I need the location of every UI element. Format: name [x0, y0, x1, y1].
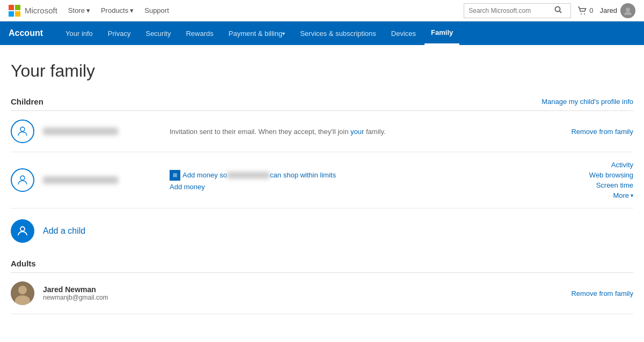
adult1-avatar-image — [11, 281, 34, 305]
user-avatar-icon — [623, 6, 633, 16]
svg-line-5 — [560, 11, 562, 13]
search-button[interactable] — [554, 6, 562, 15]
child2-name-col — [43, 176, 161, 184]
svg-point-8 — [626, 8, 630, 12]
products-nav-link[interactable]: Products ▾ — [101, 6, 134, 14]
top-navigation: Microsoft Store ▾ Products ▾ Support — [0, 0, 644, 21]
svg-rect-1 — [15, 5, 20, 10]
children-section-title: Children — [11, 97, 43, 106]
child1-name-col — [43, 128, 161, 135]
user-area[interactable]: Jared — [599, 3, 635, 18]
account-nav-title: Account — [9, 28, 43, 38]
store-chevron-icon: ▾ — [86, 6, 90, 14]
more-chevron-icon: ▾ — [631, 192, 633, 198]
microsoft-store-icon: ⊞ — [170, 170, 180, 181]
search-input[interactable] — [469, 7, 554, 14]
adult1-info: Jared Newman newmanjb@gmail.com — [43, 285, 547, 301]
svg-rect-2 — [9, 11, 14, 17]
svg-rect-3 — [15, 11, 20, 17]
adult1-name: Jared Newman — [43, 285, 547, 294]
adult1-remove-link[interactable]: Remove from family — [571, 289, 633, 298]
child2-avatar — [11, 168, 34, 192]
svg-point-6 — [581, 13, 582, 14]
adults-section-header: Adults — [11, 259, 633, 273]
children-section-header: Children Manage my child's profile info — [11, 97, 633, 111]
ms-logo-icon — [9, 5, 20, 17]
child2-webbrowsing-link[interactable]: Web browsing — [589, 171, 633, 179]
user-avatar — [620, 3, 635, 18]
adults-section: Adults Jared Newman newmanjb@gmail.com R… — [11, 259, 633, 314]
manage-profile-link[interactable]: Manage my child's profile info — [541, 98, 633, 106]
child1-invitation-highlight: your — [350, 128, 364, 136]
search-box[interactable] — [464, 3, 571, 18]
child2-actions: Activity Web browsing Screen time More ▾ — [547, 161, 633, 199]
child2-add-money-link[interactable]: Add money — [170, 183, 205, 191]
microsoft-brand-text: Microsoft — [25, 6, 57, 15]
cart-count: 0 — [589, 6, 593, 14]
account-navigation: Account Your info Privacy Security Rewar… — [0, 21, 644, 45]
child2-add-money-row: Add money — [170, 183, 547, 191]
svg-point-11 — [20, 227, 25, 231]
svg-point-7 — [584, 13, 585, 14]
child-row-2: ⊞ Add money so can shop within limits Ad… — [11, 152, 633, 209]
page-title: Your family — [11, 61, 633, 81]
microsoft-logo[interactable]: Microsoft — [9, 5, 57, 17]
child2-avatar-icon — [16, 174, 29, 187]
nav-family[interactable]: Family — [425, 21, 459, 45]
child1-avatar — [11, 120, 34, 143]
adults-section-title: Adults — [11, 259, 36, 268]
main-content: Your family Children Manage my child's p… — [0, 45, 644, 336]
child1-avatar-icon — [16, 125, 29, 138]
add-child-label[interactable]: Add a child — [43, 226, 85, 236]
child2-money-prefix: Add money so — [182, 171, 227, 179]
child2-name-blurred — [43, 176, 118, 184]
nav-privacy[interactable]: Privacy — [101, 21, 137, 45]
child2-money-row: ⊞ Add money so can shop within limits — [170, 170, 547, 181]
svg-point-4 — [555, 7, 560, 12]
nav-your-info[interactable]: Your info — [59, 21, 99, 45]
top-nav-right: 0 Jared — [464, 3, 635, 18]
child-row-1: Invitation sent to their email. When the… — [11, 111, 633, 152]
child2-money-suffix: can shop within limits — [270, 171, 336, 179]
store-nav-link[interactable]: Store ▾ — [68, 6, 90, 14]
top-nav-links: Store ▾ Products ▾ Support — [68, 6, 464, 14]
nav-services-subscriptions[interactable]: Services & subscriptions — [294, 21, 383, 45]
support-nav-link[interactable]: Support — [144, 6, 169, 14]
svg-point-10 — [20, 176, 25, 180]
products-chevron-icon: ▾ — [130, 6, 134, 14]
child1-name-blurred — [43, 128, 118, 135]
adult1-avatar — [11, 281, 34, 305]
nav-payment-billing[interactable]: Payment & billing — [222, 21, 291, 45]
child2-status: ⊞ Add money so can shop within limits Ad… — [161, 170, 547, 191]
child1-invitation-text: Invitation sent to their email. When the… — [170, 128, 350, 136]
svg-rect-0 — [9, 5, 14, 10]
add-child-avatar — [11, 219, 34, 243]
child2-more-row: More ▾ — [613, 191, 633, 199]
child1-status: Invitation sent to their email. When the… — [161, 128, 547, 136]
user-name: Jared — [599, 6, 617, 14]
add-child-icon — [16, 225, 29, 237]
nav-security[interactable]: Security — [139, 21, 177, 45]
nav-devices[interactable]: Devices — [385, 21, 422, 45]
svg-point-13 — [18, 286, 27, 294]
adult-row-1: Jared Newman newmanjb@gmail.com Remove f… — [11, 273, 633, 314]
cart-icon — [577, 6, 587, 15]
child1-actions: Remove from family — [547, 128, 633, 136]
child2-activity-link[interactable]: Activity — [611, 161, 633, 169]
adult1-actions: Remove from family — [547, 289, 633, 298]
child2-more-link[interactable]: More — [613, 191, 629, 199]
cart-area[interactable]: 0 — [577, 6, 593, 15]
adult1-email: newmanjb@gmail.com — [43, 294, 547, 301]
svg-point-9 — [20, 127, 25, 131]
search-icon — [554, 6, 562, 13]
child1-remove-link[interactable]: Remove from family — [571, 128, 633, 136]
child1-invitation-suffix: family. — [364, 128, 385, 136]
child2-screentime-link[interactable]: Screen time — [596, 181, 633, 189]
child2-name-blurred-inline — [227, 172, 270, 179]
nav-rewards[interactable]: Rewards — [179, 21, 219, 45]
add-child-row[interactable]: Add a child — [11, 209, 633, 254]
account-nav-items: Your info Privacy Security Rewards Payme… — [59, 21, 459, 45]
